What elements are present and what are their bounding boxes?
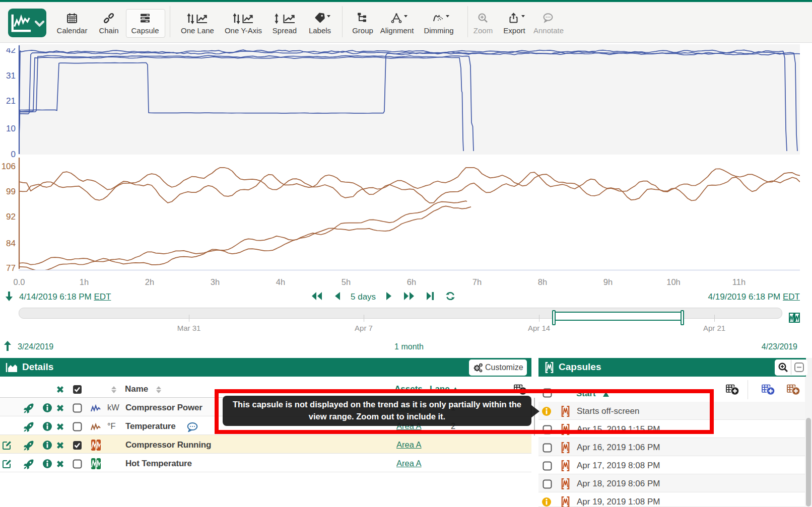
svg-text:2h: 2h [145, 277, 154, 286]
svg-text:42: 42 [6, 45, 16, 55]
svg-text:0.0: 0.0 [14, 277, 25, 286]
svg-text:3h: 3h [211, 277, 220, 286]
svg-text:9h: 9h [603, 277, 613, 286]
svg-text:5h: 5h [342, 277, 351, 286]
svg-text:1h: 1h [80, 277, 89, 286]
svg-text:92: 92 [6, 212, 16, 222]
svg-text:6h: 6h [407, 277, 416, 286]
svg-text:106: 106 [2, 162, 16, 171]
svg-text:77: 77 [6, 263, 16, 273]
svg-text:8h: 8h [538, 277, 547, 286]
svg-text:10h: 10h [666, 277, 681, 286]
svg-text:11h: 11h [732, 277, 746, 286]
svg-text:99: 99 [6, 187, 16, 196]
svg-text:4h: 4h [276, 277, 285, 286]
svg-text:0: 0 [11, 150, 16, 159]
svg-text:7h: 7h [472, 277, 482, 286]
svg-text:84: 84 [6, 239, 16, 248]
svg-text:10: 10 [6, 124, 16, 133]
svg-text:31: 31 [6, 71, 16, 81]
svg-text:21: 21 [6, 96, 16, 106]
